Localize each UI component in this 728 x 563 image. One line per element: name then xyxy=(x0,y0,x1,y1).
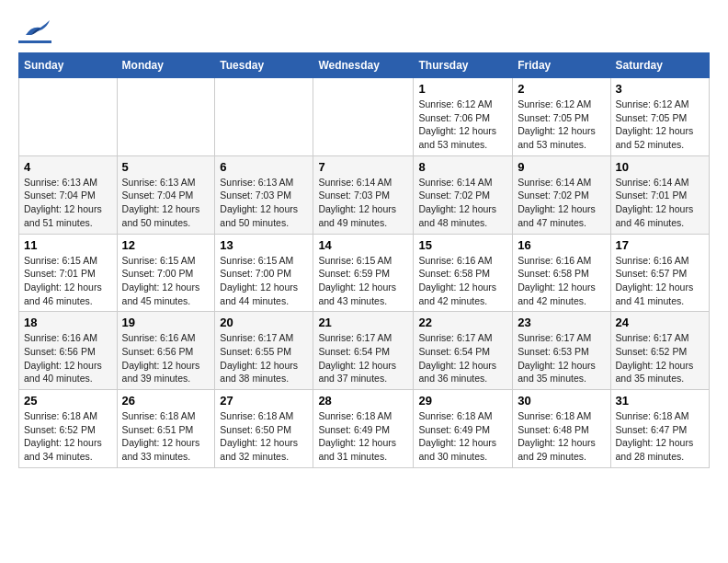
calendar-cell: 3Sunrise: 6:12 AM Sunset: 7:05 PM Daylig… xyxy=(610,78,710,156)
header-wednesday: Wednesday xyxy=(313,53,414,78)
cell-content: Sunrise: 6:17 AM Sunset: 6:54 PM Dayligh… xyxy=(318,331,408,385)
calendar-cell: 2Sunrise: 6:12 AM Sunset: 7:05 PM Daylig… xyxy=(513,78,610,156)
bird-icon xyxy=(22,18,51,39)
calendar-cell: 19Sunrise: 6:16 AM Sunset: 6:56 PM Dayli… xyxy=(117,312,215,390)
cell-content: Sunrise: 6:18 AM Sunset: 6:52 PM Dayligh… xyxy=(24,409,112,464)
cell-content: Sunrise: 6:16 AM Sunset: 6:56 PM Dayligh… xyxy=(122,331,210,385)
calendar-cell: 22Sunrise: 6:17 AM Sunset: 6:54 PM Dayli… xyxy=(414,312,513,390)
calendar-cell: 29Sunrise: 6:18 AM Sunset: 6:49 PM Dayli… xyxy=(414,390,513,468)
calendar-cell: 9Sunrise: 6:14 AM Sunset: 7:02 PM Daylig… xyxy=(513,155,610,234)
calendar-cell: 21Sunrise: 6:17 AM Sunset: 6:54 PM Dayli… xyxy=(313,312,414,390)
cell-content: Sunrise: 6:13 AM Sunset: 7:04 PM Dayligh… xyxy=(122,176,210,230)
calendar-cell: 15Sunrise: 6:16 AM Sunset: 6:58 PM Dayli… xyxy=(414,234,513,312)
cell-content: Sunrise: 6:18 AM Sunset: 6:51 PM Dayligh… xyxy=(122,409,210,464)
calendar-cell: 5Sunrise: 6:13 AM Sunset: 7:04 PM Daylig… xyxy=(117,155,215,234)
cell-content: Sunrise: 6:17 AM Sunset: 6:55 PM Dayligh… xyxy=(220,331,308,385)
cell-content: Sunrise: 6:13 AM Sunset: 7:04 PM Dayligh… xyxy=(24,176,112,230)
cell-content: Sunrise: 6:16 AM Sunset: 6:57 PM Dayligh… xyxy=(616,254,705,308)
week-row-2: 4Sunrise: 6:13 AM Sunset: 7:04 PM Daylig… xyxy=(19,155,710,234)
cell-content: Sunrise: 6:12 AM Sunset: 7:06 PM Dayligh… xyxy=(418,98,507,152)
day-number: 28 xyxy=(318,394,408,408)
day-number: 19 xyxy=(122,316,210,329)
header-tuesday: Tuesday xyxy=(215,53,313,78)
day-number: 8 xyxy=(418,160,507,174)
cell-content: Sunrise: 6:12 AM Sunset: 7:05 PM Dayligh… xyxy=(616,98,705,152)
calendar-cell: 31Sunrise: 6:18 AM Sunset: 6:47 PM Dayli… xyxy=(610,390,710,468)
day-number: 29 xyxy=(418,394,507,408)
cell-content: Sunrise: 6:15 AM Sunset: 7:00 PM Dayligh… xyxy=(220,254,308,308)
calendar-cell: 11Sunrise: 6:15 AM Sunset: 7:01 PM Dayli… xyxy=(19,234,118,312)
cell-content: Sunrise: 6:16 AM Sunset: 6:56 PM Dayligh… xyxy=(24,331,112,385)
week-row-3: 11Sunrise: 6:15 AM Sunset: 7:01 PM Dayli… xyxy=(19,234,710,312)
day-number: 10 xyxy=(616,160,705,174)
cell-content: Sunrise: 6:12 AM Sunset: 7:05 PM Dayligh… xyxy=(518,98,605,152)
cell-content: Sunrise: 6:16 AM Sunset: 6:58 PM Dayligh… xyxy=(418,254,507,308)
calendar-cell: 17Sunrise: 6:16 AM Sunset: 6:57 PM Dayli… xyxy=(610,234,710,312)
day-number: 25 xyxy=(24,394,112,408)
day-number: 17 xyxy=(616,238,705,252)
calendar-cell: 25Sunrise: 6:18 AM Sunset: 6:52 PM Dayli… xyxy=(19,390,118,468)
calendar-cell: 7Sunrise: 6:14 AM Sunset: 7:03 PM Daylig… xyxy=(313,155,414,234)
cell-content: Sunrise: 6:17 AM Sunset: 6:52 PM Dayligh… xyxy=(616,331,705,385)
header-thursday: Thursday xyxy=(414,53,513,78)
day-number: 22 xyxy=(418,316,507,329)
logo xyxy=(18,18,51,43)
header-sunday: Sunday xyxy=(19,53,118,78)
day-number: 11 xyxy=(24,238,112,252)
cell-content: Sunrise: 6:14 AM Sunset: 7:03 PM Dayligh… xyxy=(318,176,408,230)
day-number: 6 xyxy=(220,160,308,174)
calendar-cell: 1Sunrise: 6:12 AM Sunset: 7:06 PM Daylig… xyxy=(414,78,513,156)
cell-content: Sunrise: 6:18 AM Sunset: 6:50 PM Dayligh… xyxy=(220,409,308,464)
calendar-cell: 27Sunrise: 6:18 AM Sunset: 6:50 PM Dayli… xyxy=(215,390,313,468)
calendar-cell: 10Sunrise: 6:14 AM Sunset: 7:01 PM Dayli… xyxy=(610,155,710,234)
cell-content: Sunrise: 6:17 AM Sunset: 6:53 PM Dayligh… xyxy=(518,331,605,385)
logo-underline xyxy=(18,40,51,43)
calendar-cell: 30Sunrise: 6:18 AM Sunset: 6:48 PM Dayli… xyxy=(513,390,610,468)
day-number: 18 xyxy=(24,316,112,329)
cell-content: Sunrise: 6:18 AM Sunset: 6:49 PM Dayligh… xyxy=(318,409,408,464)
header-saturday: Saturday xyxy=(610,53,710,78)
calendar-cell: 4Sunrise: 6:13 AM Sunset: 7:04 PM Daylig… xyxy=(19,155,118,234)
cell-content: Sunrise: 6:18 AM Sunset: 6:47 PM Dayligh… xyxy=(616,409,705,464)
calendar-table: SundayMondayTuesdayWednesdayThursdayFrid… xyxy=(18,52,710,468)
calendar-cell xyxy=(19,78,118,156)
cell-content: Sunrise: 6:14 AM Sunset: 7:02 PM Dayligh… xyxy=(518,176,605,230)
calendar-cell xyxy=(215,78,313,156)
day-number: 7 xyxy=(318,160,408,174)
day-number: 27 xyxy=(220,394,308,408)
day-number: 21 xyxy=(318,316,408,329)
cell-content: Sunrise: 6:16 AM Sunset: 6:58 PM Dayligh… xyxy=(518,254,605,308)
cell-content: Sunrise: 6:14 AM Sunset: 7:02 PM Dayligh… xyxy=(418,176,507,230)
day-number: 24 xyxy=(616,316,705,329)
calendar-cell: 13Sunrise: 6:15 AM Sunset: 7:00 PM Dayli… xyxy=(215,234,313,312)
day-number: 31 xyxy=(616,394,705,408)
header-monday: Monday xyxy=(117,53,215,78)
day-number: 5 xyxy=(122,160,210,174)
calendar-cell: 14Sunrise: 6:15 AM Sunset: 6:59 PM Dayli… xyxy=(313,234,414,312)
cell-content: Sunrise: 6:15 AM Sunset: 7:00 PM Dayligh… xyxy=(122,254,210,308)
day-number: 2 xyxy=(518,82,605,96)
calendar-cell: 28Sunrise: 6:18 AM Sunset: 6:49 PM Dayli… xyxy=(313,390,414,468)
day-number: 20 xyxy=(220,316,308,329)
day-number: 13 xyxy=(220,238,308,252)
cell-content: Sunrise: 6:15 AM Sunset: 7:01 PM Dayligh… xyxy=(24,254,112,308)
day-number: 4 xyxy=(24,160,112,174)
cell-content: Sunrise: 6:15 AM Sunset: 6:59 PM Dayligh… xyxy=(318,254,408,308)
cell-content: Sunrise: 6:13 AM Sunset: 7:03 PM Dayligh… xyxy=(220,176,308,230)
day-number: 14 xyxy=(318,238,408,252)
calendar-cell: 20Sunrise: 6:17 AM Sunset: 6:55 PM Dayli… xyxy=(215,312,313,390)
calendar-cell: 12Sunrise: 6:15 AM Sunset: 7:00 PM Dayli… xyxy=(117,234,215,312)
cell-content: Sunrise: 6:18 AM Sunset: 6:49 PM Dayligh… xyxy=(418,409,507,464)
day-number: 3 xyxy=(616,82,705,96)
day-number: 16 xyxy=(518,238,605,252)
calendar-cell: 16Sunrise: 6:16 AM Sunset: 6:58 PM Dayli… xyxy=(513,234,610,312)
day-number: 26 xyxy=(122,394,210,408)
day-number: 1 xyxy=(418,82,507,96)
week-row-4: 18Sunrise: 6:16 AM Sunset: 6:56 PM Dayli… xyxy=(19,312,710,390)
cell-content: Sunrise: 6:18 AM Sunset: 6:48 PM Dayligh… xyxy=(518,409,605,464)
calendar-cell xyxy=(313,78,414,156)
cell-content: Sunrise: 6:14 AM Sunset: 7:01 PM Dayligh… xyxy=(616,176,705,230)
calendar-cell xyxy=(117,78,215,156)
header-row: SundayMondayTuesdayWednesdayThursdayFrid… xyxy=(19,53,710,78)
calendar-cell: 6Sunrise: 6:13 AM Sunset: 7:03 PM Daylig… xyxy=(215,155,313,234)
